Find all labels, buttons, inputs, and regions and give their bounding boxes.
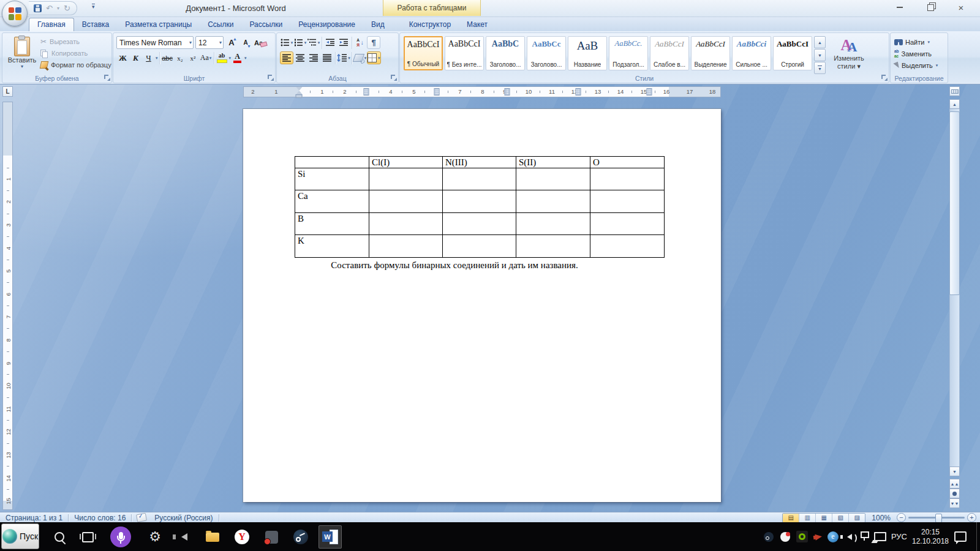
previous-page-button[interactable]: ▲▲ — [949, 479, 960, 489]
zoom-out-button[interactable]: − — [897, 513, 906, 522]
close-button[interactable]: × — [954, 2, 968, 13]
vertical-ruler[interactable]: 1 2 3 4 5 6 7 8 9 10 11 12 13 14 15 — [2, 102, 13, 510]
style-item-strict[interactable]: AaBbCcI Строгий — [773, 36, 812, 70]
action-center-button[interactable] — [951, 522, 970, 551]
font-size-select[interactable]: 12 ▾ — [195, 36, 224, 49]
select-browse-object-button[interactable] — [949, 489, 960, 498]
nvidia-tray-button[interactable] — [794, 522, 809, 551]
style-item-emphasis[interactable]: AaBbCcI Выделение — [691, 36, 730, 70]
undo-dropdown-icon[interactable]: ▾ — [57, 6, 59, 11]
style-item-heading1[interactable]: AaBbC Заголово... — [486, 36, 525, 70]
change-case-button[interactable]: Aa ▾ — [200, 51, 213, 64]
horizontal-ruler[interactable]: 2 1 1 2 4 5 7 8 9 10 11 12 13 14 15 16 1… — [243, 86, 721, 97]
table-cell[interactable]: K — [295, 235, 369, 258]
gallery-scroll-up-icon[interactable]: ▲ — [814, 36, 826, 48]
align-center-button[interactable] — [293, 51, 307, 64]
style-item-heading2[interactable]: AaBbCc Заголово... — [527, 36, 566, 70]
subscript-button[interactable]: x₂ — [174, 51, 187, 64]
zoom-level[interactable]: 100% — [868, 514, 894, 522]
clear-formatting-button[interactable]: Aa — [254, 37, 266, 49]
replace-button[interactable]: abac Заменить — [894, 48, 948, 59]
table-cell[interactable]: Ca — [295, 190, 369, 213]
task-view-button[interactable] — [76, 525, 99, 549]
align-right-button[interactable] — [307, 51, 320, 64]
table-cell[interactable]: B — [295, 213, 369, 235]
redo-icon[interactable]: ↻ — [64, 4, 70, 12]
undo-icon[interactable]: ↶ — [46, 4, 53, 12]
settings-button[interactable]: ⚙ — [143, 525, 167, 549]
show-desktop-button[interactable] — [976, 522, 980, 551]
draft-view-button[interactable]: ▨ — [849, 514, 865, 522]
indent-markers[interactable] — [296, 87, 303, 98]
table-column-marker[interactable] — [434, 88, 440, 96]
scrollbar-thumb[interactable] — [949, 111, 960, 295]
multilevel-list-button[interactable]: ▾ — [307, 36, 320, 49]
highlight-button[interactable]: ab — [216, 51, 228, 64]
table-cell[interactable] — [369, 235, 443, 258]
strikethrough-button[interactable]: abc — [161, 51, 174, 64]
table-cell[interactable] — [516, 213, 590, 235]
table-cell[interactable]: N(III) — [443, 157, 516, 168]
usb-tray-button[interactable] — [858, 522, 872, 551]
font-family-select[interactable]: Times New Roman ▾ — [116, 36, 194, 49]
voice-assistant-button[interactable] — [109, 525, 132, 549]
select-button[interactable]: Выделить ▾ — [894, 60, 948, 70]
font-dialog-launcher-icon[interactable] — [267, 74, 274, 81]
app-with-notification-button[interactable] — [260, 525, 283, 549]
zoom-in-button[interactable]: + — [967, 513, 976, 522]
steam-button[interactable] — [289, 525, 312, 549]
tray-app-button[interactable] — [778, 522, 793, 551]
sort-button[interactable]: АЯ ↓ — [353, 36, 367, 49]
gallery-scroll-down-icon[interactable]: ▼ — [814, 49, 826, 61]
tab-vid[interactable]: Вид — [363, 18, 393, 31]
table-cell[interactable] — [590, 235, 665, 258]
start-button[interactable]: Пуск — [1, 523, 39, 549]
bold-button[interactable]: Ж — [116, 51, 129, 64]
table-cell[interactable] — [369, 213, 443, 235]
bullet-list-button[interactable]: ▾ — [280, 36, 293, 49]
taskbar-search-button[interactable] — [48, 525, 71, 549]
table-cell[interactable] — [369, 190, 443, 213]
table-column-marker[interactable] — [505, 88, 510, 96]
table-cell[interactable] — [443, 190, 516, 213]
paste-dropdown-icon[interactable]: ▾ — [21, 64, 23, 69]
minimize-button[interactable] — [893, 2, 907, 13]
paste-button[interactable]: Вставить ▾ — [6, 36, 38, 75]
table-cell[interactable] — [516, 168, 590, 190]
style-item-title[interactable]: АаВ Название — [568, 36, 607, 70]
clipboard-dialog-launcher-icon[interactable] — [104, 74, 110, 81]
word-taskbar-button[interactable]: W — [318, 525, 342, 549]
format-painter-button[interactable]: Формат по образцу — [40, 60, 111, 70]
tab-maket[interactable]: Макет — [459, 18, 496, 31]
spell-check-icon[interactable] — [136, 513, 147, 523]
page-indicator[interactable]: Страница: 1 из 1 — [0, 514, 68, 522]
file-explorer-button[interactable] — [201, 525, 224, 549]
borders-button[interactable]: ▾ — [367, 51, 381, 64]
table-cell[interactable] — [516, 235, 590, 258]
document-page[interactable]: Cl(I) N(III) S(II) O Si Ca B — [243, 109, 721, 502]
tab-rassylki[interactable]: Рассылки — [241, 18, 290, 31]
shading-button[interactable]: ▾ — [353, 51, 367, 64]
underline-button[interactable]: Ч — [142, 51, 155, 64]
restore-button[interactable] — [924, 2, 937, 13]
justify-button[interactable] — [320, 51, 334, 64]
find-button[interactable]: Найти ▾ — [894, 37, 948, 47]
left-indent-icon[interactable] — [296, 94, 303, 98]
style-item-normal[interactable]: AaBbCcI ¶ Обычный — [404, 36, 443, 70]
tab-konstruktor[interactable]: Конструктор — [401, 18, 459, 31]
web-layout-view-button[interactable]: ▦ — [816, 514, 832, 522]
align-left-button[interactable] — [280, 51, 293, 64]
grow-font-button[interactable]: А ▲ — [225, 37, 238, 49]
steam-tray-button[interactable] — [761, 522, 776, 551]
yandex-browser-button[interactable]: Y — [230, 525, 254, 549]
fullscreen-reading-view-button[interactable]: ▥ — [799, 514, 816, 522]
word-count[interactable]: Число слов: 16 — [69, 514, 131, 522]
office-button[interactable] — [2, 1, 28, 26]
table-cell[interactable]: Cl(I) — [369, 157, 443, 168]
copy-button[interactable]: Копировать — [40, 48, 111, 58]
print-layout-view-button[interactable]: ▤ — [783, 514, 799, 522]
styles-dialog-launcher-icon[interactable] — [881, 74, 888, 81]
save-icon[interactable] — [34, 4, 42, 12]
table-cell[interactable]: O — [590, 157, 665, 168]
cut-button[interactable]: ✂ Вырезать — [40, 37, 111, 47]
